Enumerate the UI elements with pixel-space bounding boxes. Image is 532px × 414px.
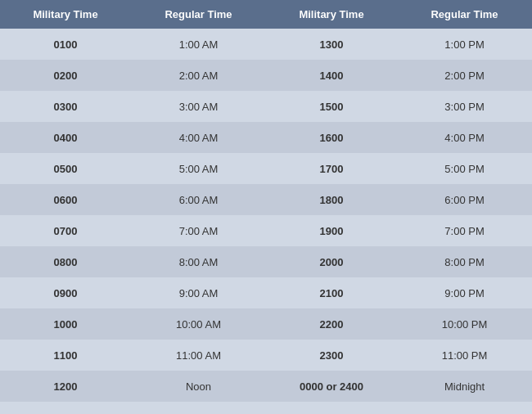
table-header-row: Military Time Regular Time Military Time… <box>0 0 532 29</box>
table-row: 1200Noon0000 or 2400Midnight <box>0 371 532 402</box>
military-time-2: 1800 <box>266 184 397 215</box>
military-time-2: 2300 <box>266 340 397 371</box>
regular-time-1: 11:00 AM <box>131 340 266 371</box>
table-row: 07007:00 AM19007:00 PM <box>0 215 532 246</box>
military-time-1: 0300 <box>0 91 131 122</box>
table-row: 03003:00 AM15003:00 PM <box>0 91 532 122</box>
regular-time-1: 10:00 AM <box>131 308 266 340</box>
table-row: 110011:00 AM230011:00 PM <box>0 340 532 371</box>
regular-time-2: 7:00 PM <box>397 215 532 246</box>
regular-time-2: 8:00 PM <box>397 246 532 277</box>
header-reg2: Regular Time <box>397 0 532 29</box>
military-time-2: 2200 <box>266 308 397 340</box>
military-time-1: 0700 <box>0 215 131 246</box>
regular-time-2: 2:00 PM <box>397 60 532 91</box>
regular-time-1: 3:00 AM <box>131 91 266 122</box>
military-time-1: 1000 <box>0 308 131 340</box>
regular-time-2: 9:00 PM <box>397 277 532 308</box>
military-time-2: 1700 <box>266 153 397 184</box>
military-time-1: 0800 <box>0 246 131 277</box>
military-time-table: Military Time Regular Time Military Time… <box>0 0 532 402</box>
regular-time-2: 1:00 PM <box>397 29 532 60</box>
military-time-1: 1100 <box>0 340 131 371</box>
table-row: 04004:00 AM16004:00 PM <box>0 122 532 153</box>
regular-time-1: 1:00 AM <box>131 29 266 60</box>
table-row: 02002:00 AM14002:00 PM <box>0 60 532 91</box>
military-time-2: 1900 <box>266 215 397 246</box>
military-time-2: 1600 <box>266 122 397 153</box>
military-time-1: 0200 <box>0 60 131 91</box>
military-time-2: 2000 <box>266 246 397 277</box>
regular-time-2: 3:00 PM <box>397 91 532 122</box>
military-time-2: 1500 <box>266 91 397 122</box>
military-time-1: 0900 <box>0 277 131 308</box>
table-row: 05005:00 AM17005:00 PM <box>0 153 532 184</box>
military-time-1: 0100 <box>0 29 131 60</box>
table-row: 08008:00 AM20008:00 PM <box>0 246 532 277</box>
header-mil1: Military Time <box>0 0 131 29</box>
regular-time-1: 2:00 AM <box>131 60 266 91</box>
military-time-1: 0600 <box>0 184 131 215</box>
table-row: 06006:00 AM18006:00 PM <box>0 184 532 215</box>
military-time-1: 0500 <box>0 153 131 184</box>
table-row: 09009:00 AM21009:00 PM <box>0 277 532 308</box>
regular-time-2: Midnight <box>397 371 532 402</box>
regular-time-1: 5:00 AM <box>131 153 266 184</box>
military-time-2: 0000 or 2400 <box>266 371 397 402</box>
regular-time-1: 4:00 AM <box>131 122 266 153</box>
regular-time-1: 7:00 AM <box>131 215 266 246</box>
military-time-2: 1300 <box>266 29 397 60</box>
regular-time-1: 6:00 AM <box>131 184 266 215</box>
military-time-2: 2100 <box>266 277 397 308</box>
regular-time-2: 5:00 PM <box>397 153 532 184</box>
regular-time-1: 8:00 AM <box>131 246 266 277</box>
regular-time-2: 10:00 PM <box>397 308 532 340</box>
table-row: 01001:00 AM13001:00 PM <box>0 29 532 60</box>
header-mil2: Military Time <box>266 0 397 29</box>
table-row: 100010:00 AM220010:00 PM <box>0 308 532 340</box>
regular-time-1: Noon <box>131 371 266 402</box>
military-time-1: 1200 <box>0 371 131 402</box>
regular-time-2: 11:00 PM <box>397 340 532 371</box>
regular-time-2: 6:00 PM <box>397 184 532 215</box>
header-reg1: Regular Time <box>131 0 266 29</box>
military-time-1: 0400 <box>0 122 131 153</box>
regular-time-2: 4:00 PM <box>397 122 532 153</box>
regular-time-1: 9:00 AM <box>131 277 266 308</box>
military-time-2: 1400 <box>266 60 397 91</box>
